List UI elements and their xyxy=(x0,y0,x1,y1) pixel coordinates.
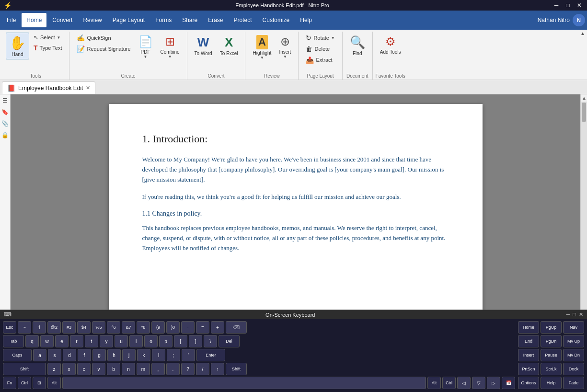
key-win[interactable]: ⊞ xyxy=(33,377,46,389)
key-l[interactable]: l xyxy=(152,349,165,361)
key-q[interactable]: q xyxy=(25,335,39,347)
key-slash[interactable]: / xyxy=(196,363,209,375)
extract-button[interactable]: 📤 Extract xyxy=(302,55,338,65)
key-ctrl-right[interactable]: Ctrl xyxy=(442,377,456,389)
key-p[interactable]: p xyxy=(159,335,173,347)
combine-button[interactable]: ⊞ Combine ▼ xyxy=(157,33,183,61)
key-help[interactable]: Help xyxy=(541,377,562,389)
key-3[interactable]: #3 xyxy=(62,321,76,334)
key-shift-right[interactable]: Shift xyxy=(226,363,247,375)
key-z[interactable]: z xyxy=(47,363,61,375)
key-x[interactable]: x xyxy=(62,363,76,375)
key-v[interactable]: v xyxy=(92,363,105,375)
key-tilde[interactable]: ~ xyxy=(18,321,31,334)
key-backspace[interactable]: ⌫ xyxy=(226,321,247,334)
key-alt-right[interactable]: Alt xyxy=(427,377,441,389)
key-space[interactable] xyxy=(62,377,426,389)
key-5[interactable]: %5 xyxy=(92,321,105,334)
sidebar-icon-lock[interactable]: 🔒 xyxy=(1,131,10,139)
menu-protect[interactable]: Protect xyxy=(229,13,257,27)
key-r[interactable]: r xyxy=(70,335,83,347)
highlight-button[interactable]: A Highlight ▼ xyxy=(249,33,275,62)
key-t[interactable]: t xyxy=(85,335,98,347)
select-button[interactable]: ↖ Select ▼ xyxy=(30,33,65,42)
insert-button[interactable]: ⊕ Insert ▼ xyxy=(276,33,294,61)
menu-forms[interactable]: Forms xyxy=(150,13,176,27)
key-pgdn[interactable]: PgDn xyxy=(541,335,562,347)
key-4[interactable]: $4 xyxy=(77,321,91,334)
ribbon-collapse-button[interactable]: ▲ xyxy=(580,31,585,36)
menu-review[interactable]: Review xyxy=(78,13,106,27)
key-right-arrow[interactable]: ▷ xyxy=(487,377,500,389)
key-fn[interactable]: Fn xyxy=(3,377,16,389)
osk-close-button[interactable]: ✕ xyxy=(579,311,583,318)
key-2[interactable]: @2 xyxy=(47,321,61,334)
key-prtscn[interactable]: PrtScn xyxy=(518,363,539,375)
osk-restore-button[interactable]: □ xyxy=(573,311,576,318)
key-period[interactable]: . xyxy=(166,363,180,375)
key-alt-left[interactable]: Alt xyxy=(47,377,61,389)
key-backslash[interactable]: \ xyxy=(204,335,217,347)
menu-customize[interactable]: Customize xyxy=(258,13,295,27)
key-end[interactable]: End xyxy=(518,335,539,347)
key-calendar[interactable]: 📅 xyxy=(502,377,515,389)
close-button[interactable]: ✕ xyxy=(575,2,583,9)
key-e[interactable]: e xyxy=(55,335,69,347)
tab-close-button[interactable]: ✕ xyxy=(86,85,90,91)
menu-convert[interactable]: Convert xyxy=(47,13,77,27)
hand-button[interactable]: ✋ Hand xyxy=(6,33,29,59)
key-dock[interactable]: Dock xyxy=(563,363,584,375)
osk-minimize-button[interactable]: ─ xyxy=(566,311,570,318)
key-d[interactable]: d xyxy=(63,349,76,361)
key-c[interactable]: c xyxy=(77,363,91,375)
key-0[interactable]: )0 xyxy=(166,321,180,334)
minimize-button[interactable]: ─ xyxy=(552,2,560,9)
key-9[interactable]: (9 xyxy=(151,321,165,334)
key-lbracket[interactable]: [ xyxy=(174,335,187,347)
key-minus[interactable]: - xyxy=(181,321,195,334)
key-y[interactable]: y xyxy=(100,335,113,347)
key-s[interactable]: s xyxy=(48,349,61,361)
quicksign-button[interactable]: ✍ QuickSign xyxy=(73,33,134,43)
key-7[interactable]: &7 xyxy=(122,321,135,334)
key-1[interactable]: 1 xyxy=(33,321,46,334)
key-del[interactable]: Del xyxy=(219,335,240,347)
sidebar-icon-attach[interactable]: 📎 xyxy=(1,119,10,128)
rotate-button[interactable]: ↻ Rotate ▼ xyxy=(302,33,338,43)
key-m[interactable]: m xyxy=(137,363,150,375)
key-question[interactable]: ? xyxy=(181,363,195,375)
key-j[interactable]: j xyxy=(122,349,136,361)
key-left-arrow[interactable]: ◁ xyxy=(457,377,471,389)
key-8[interactable]: *8 xyxy=(137,321,150,334)
menu-share[interactable]: Share xyxy=(177,13,202,27)
key-comma[interactable]: , xyxy=(151,363,165,375)
to-excel-button[interactable]: X To Excel xyxy=(217,33,242,58)
key-pause[interactable]: Pause xyxy=(541,349,562,361)
delete-button[interactable]: 🗑 Delete xyxy=(302,44,338,54)
key-6[interactable]: ^6 xyxy=(107,321,120,334)
pdf-button[interactable]: 📄 PDF ▼ xyxy=(135,33,156,61)
key-i[interactable]: i xyxy=(129,335,143,347)
key-tab[interactable]: Tab xyxy=(3,335,24,347)
key-scrlk[interactable]: ScrLk xyxy=(541,363,562,375)
key-g[interactable]: g xyxy=(92,349,106,361)
key-n[interactable]: n xyxy=(122,363,135,375)
key-u[interactable]: u xyxy=(115,335,128,347)
key-mv-dn[interactable]: Mv Dn xyxy=(563,349,584,361)
menu-home[interactable]: Home xyxy=(22,13,46,27)
key-caps[interactable]: Caps xyxy=(3,349,32,361)
menu-file[interactable]: File xyxy=(2,13,21,27)
key-o[interactable]: o xyxy=(144,335,158,347)
key-f[interactable]: f xyxy=(78,349,91,361)
find-button[interactable]: 🔍 Find xyxy=(346,33,368,58)
key-fade[interactable]: Fade xyxy=(563,377,584,389)
key-b[interactable]: b xyxy=(107,363,120,375)
key-plus[interactable]: + xyxy=(211,321,224,334)
key-insert[interactable]: Insert xyxy=(518,349,539,361)
scroll-up-arrow[interactable]: ▲ xyxy=(581,94,587,102)
key-options[interactable]: Options xyxy=(518,377,539,389)
key-equal[interactable]: = xyxy=(196,321,209,334)
key-nav[interactable]: Nav xyxy=(563,321,584,334)
key-down-arrow[interactable]: ▽ xyxy=(472,377,485,389)
key-rbracket[interactable]: ] xyxy=(189,335,202,347)
